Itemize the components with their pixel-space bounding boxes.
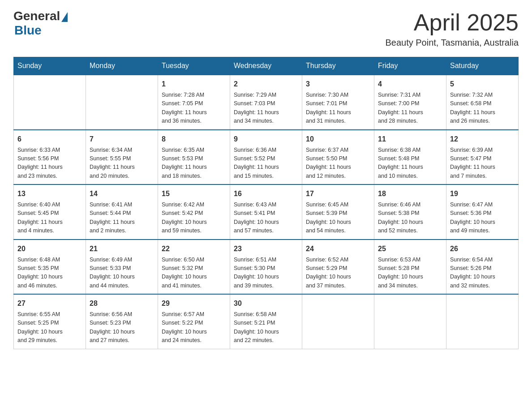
day-info: Sunrise: 6:51 AM Sunset: 5:30 PM Dayligh… <box>234 256 298 291</box>
calendar-cell: 29Sunrise: 6:57 AM Sunset: 5:22 PM Dayli… <box>158 294 230 349</box>
day-info: Sunrise: 6:42 AM Sunset: 5:42 PM Dayligh… <box>162 201 226 235</box>
day-info: Sunrise: 6:47 AM Sunset: 5:36 PM Dayligh… <box>450 201 515 235</box>
logo-general-text: General <box>13 9 60 23</box>
calendar-cell: 6Sunrise: 6:33 AM Sunset: 5:56 PM Daylig… <box>14 130 86 185</box>
day-info: Sunrise: 7:32 AM Sunset: 6:58 PM Dayligh… <box>450 91 515 126</box>
calendar-cell: 22Sunrise: 6:50 AM Sunset: 5:32 PM Dayli… <box>158 240 230 295</box>
calendar-body: 1Sunrise: 7:28 AM Sunset: 7:05 PM Daylig… <box>14 75 519 349</box>
calendar-cell: 26Sunrise: 6:54 AM Sunset: 5:26 PM Dayli… <box>446 240 519 295</box>
calendar-cell: 3Sunrise: 7:30 AM Sunset: 7:01 PM Daylig… <box>302 75 374 130</box>
calendar-cell: 8Sunrise: 6:35 AM Sunset: 5:53 PM Daylig… <box>158 130 230 185</box>
day-info: Sunrise: 6:41 AM Sunset: 5:44 PM Dayligh… <box>90 201 154 235</box>
day-info: Sunrise: 7:29 AM Sunset: 7:03 PM Dayligh… <box>234 91 298 126</box>
logo: General Blue <box>13 9 68 38</box>
calendar-cell: 9Sunrise: 6:36 AM Sunset: 5:52 PM Daylig… <box>230 130 302 185</box>
day-number: 30 <box>234 298 298 309</box>
day-info: Sunrise: 6:48 AM Sunset: 5:35 PM Dayligh… <box>17 256 82 291</box>
day-info: Sunrise: 6:34 AM Sunset: 5:55 PM Dayligh… <box>90 146 154 181</box>
calendar-week-3: 13Sunrise: 6:40 AM Sunset: 5:45 PM Dayli… <box>14 184 519 240</box>
day-number: 8 <box>162 134 226 145</box>
day-number: 14 <box>90 188 154 199</box>
day-number: 7 <box>90 134 154 145</box>
day-number: 28 <box>90 298 154 309</box>
header-cell-wednesday: Wednesday <box>230 57 302 75</box>
header-cell-tuesday: Tuesday <box>158 57 230 75</box>
day-info: Sunrise: 6:56 AM Sunset: 5:23 PM Dayligh… <box>90 310 154 345</box>
calendar-cell: 16Sunrise: 6:43 AM Sunset: 5:41 PM Dayli… <box>230 184 302 240</box>
day-info: Sunrise: 6:36 AM Sunset: 5:52 PM Dayligh… <box>234 146 298 181</box>
day-info: Sunrise: 6:43 AM Sunset: 5:41 PM Dayligh… <box>234 201 298 235</box>
header-cell-friday: Friday <box>374 57 446 75</box>
calendar-cell: 27Sunrise: 6:55 AM Sunset: 5:25 PM Dayli… <box>14 294 86 349</box>
day-number: 29 <box>162 298 226 309</box>
day-number: 27 <box>17 298 82 309</box>
calendar-cell: 12Sunrise: 6:39 AM Sunset: 5:47 PM Dayli… <box>446 130 519 185</box>
calendar-cell: 25Sunrise: 6:53 AM Sunset: 5:28 PM Dayli… <box>374 240 446 295</box>
day-info: Sunrise: 6:52 AM Sunset: 5:29 PM Dayligh… <box>306 256 370 291</box>
day-info: Sunrise: 7:30 AM Sunset: 7:01 PM Dayligh… <box>306 91 370 126</box>
day-info: Sunrise: 6:46 AM Sunset: 5:38 PM Dayligh… <box>378 201 442 235</box>
day-number: 12 <box>450 134 515 145</box>
day-number: 23 <box>234 244 298 254</box>
header-row: SundayMondayTuesdayWednesdayThursdayFrid… <box>14 57 519 75</box>
day-number: 21 <box>90 244 154 254</box>
page-header: General Blue April 2025 Beauty Point, Ta… <box>13 9 519 48</box>
calendar-cell <box>14 75 86 130</box>
day-number: 20 <box>17 244 82 254</box>
calendar-cell: 21Sunrise: 6:49 AM Sunset: 5:33 PM Dayli… <box>86 240 158 295</box>
day-info: Sunrise: 6:39 AM Sunset: 5:47 PM Dayligh… <box>450 146 515 181</box>
calendar-cell: 19Sunrise: 6:47 AM Sunset: 5:36 PM Dayli… <box>446 184 519 240</box>
calendar-cell: 10Sunrise: 6:37 AM Sunset: 5:50 PM Dayli… <box>302 130 374 185</box>
day-number: 19 <box>450 188 515 199</box>
day-info: Sunrise: 6:37 AM Sunset: 5:50 PM Dayligh… <box>306 146 370 181</box>
calendar-table: SundayMondayTuesdayWednesdayThursdayFrid… <box>13 57 519 349</box>
calendar-cell: 7Sunrise: 6:34 AM Sunset: 5:55 PM Daylig… <box>86 130 158 185</box>
calendar-cell: 30Sunrise: 6:58 AM Sunset: 5:21 PM Dayli… <box>230 294 302 349</box>
calendar-cell: 17Sunrise: 6:45 AM Sunset: 5:39 PM Dayli… <box>302 184 374 240</box>
day-number: 4 <box>378 79 442 90</box>
day-info: Sunrise: 6:33 AM Sunset: 5:56 PM Dayligh… <box>17 146 82 181</box>
calendar-cell: 4Sunrise: 7:31 AM Sunset: 7:00 PM Daylig… <box>374 75 446 130</box>
day-number: 11 <box>378 134 442 145</box>
day-info: Sunrise: 6:50 AM Sunset: 5:32 PM Dayligh… <box>162 256 226 291</box>
day-info: Sunrise: 6:58 AM Sunset: 5:21 PM Dayligh… <box>234 310 298 345</box>
day-number: 16 <box>234 188 298 199</box>
header-cell-sunday: Sunday <box>14 57 86 75</box>
calendar-week-5: 27Sunrise: 6:55 AM Sunset: 5:25 PM Dayli… <box>14 294 519 349</box>
day-info: Sunrise: 6:40 AM Sunset: 5:45 PM Dayligh… <box>17 201 82 235</box>
day-number: 26 <box>450 244 515 254</box>
calendar-cell: 23Sunrise: 6:51 AM Sunset: 5:30 PM Dayli… <box>230 240 302 295</box>
day-info: Sunrise: 6:38 AM Sunset: 5:48 PM Dayligh… <box>378 146 442 181</box>
calendar-cell: 20Sunrise: 6:48 AM Sunset: 5:35 PM Dayli… <box>14 240 86 295</box>
header-cell-monday: Monday <box>86 57 158 75</box>
calendar-cell: 2Sunrise: 7:29 AM Sunset: 7:03 PM Daylig… <box>230 75 302 130</box>
day-number: 22 <box>162 244 226 254</box>
day-info: Sunrise: 6:53 AM Sunset: 5:28 PM Dayligh… <box>378 256 442 291</box>
day-number: 5 <box>450 79 515 90</box>
logo-triangle-icon <box>61 12 68 22</box>
location-text: Beauty Point, Tasmania, Australia <box>385 38 519 48</box>
calendar-cell <box>374 294 446 349</box>
calendar-cell: 14Sunrise: 6:41 AM Sunset: 5:44 PM Dayli… <box>86 184 158 240</box>
calendar-week-4: 20Sunrise: 6:48 AM Sunset: 5:35 PM Dayli… <box>14 240 519 295</box>
calendar-cell: 24Sunrise: 6:52 AM Sunset: 5:29 PM Dayli… <box>302 240 374 295</box>
day-number: 18 <box>378 188 442 199</box>
day-number: 25 <box>378 244 442 254</box>
title-section: April 2025 Beauty Point, Tasmania, Austr… <box>385 9 519 48</box>
header-cell-saturday: Saturday <box>446 57 519 75</box>
day-number: 13 <box>17 188 82 199</box>
logo-blue-text: Blue <box>14 23 42 38</box>
day-number: 1 <box>162 79 226 90</box>
calendar-cell: 13Sunrise: 6:40 AM Sunset: 5:45 PM Dayli… <box>14 184 86 240</box>
calendar-cell: 5Sunrise: 7:32 AM Sunset: 6:58 PM Daylig… <box>446 75 519 130</box>
day-info: Sunrise: 6:49 AM Sunset: 5:33 PM Dayligh… <box>90 256 154 291</box>
day-number: 3 <box>306 79 370 90</box>
calendar-week-2: 6Sunrise: 6:33 AM Sunset: 5:56 PM Daylig… <box>14 130 519 185</box>
day-info: Sunrise: 6:55 AM Sunset: 5:25 PM Dayligh… <box>17 310 82 345</box>
day-number: 6 <box>17 134 82 145</box>
day-info: Sunrise: 7:31 AM Sunset: 7:00 PM Dayligh… <box>378 91 442 126</box>
calendar-cell: 18Sunrise: 6:46 AM Sunset: 5:38 PM Dayli… <box>374 184 446 240</box>
calendar-cell: 28Sunrise: 6:56 AM Sunset: 5:23 PM Dayli… <box>86 294 158 349</box>
calendar-cell <box>446 294 519 349</box>
calendar-header: SundayMondayTuesdayWednesdayThursdayFrid… <box>14 57 519 75</box>
